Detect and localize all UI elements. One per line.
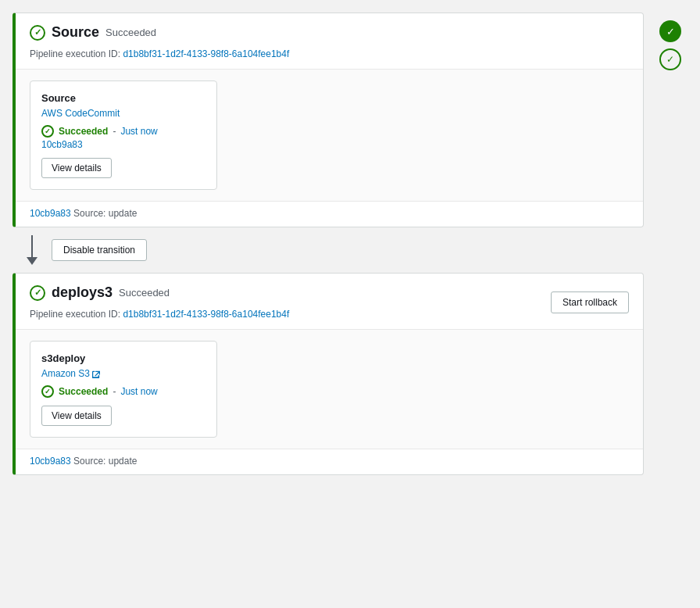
deploy-action-title: s3deploy bbox=[41, 352, 205, 364]
source-stage-card: ✓ Source Succeeded Pipeline execution ID… bbox=[12, 13, 644, 227]
start-rollback-button[interactable]: Start rollback bbox=[551, 291, 629, 313]
source-pipeline-exec-row: Pipeline execution ID: d1b8bf31-1d2f-413… bbox=[30, 48, 289, 59]
source-commit-link[interactable]: 10cb9a83 bbox=[41, 139, 205, 150]
deploy-footer-message: Source: update bbox=[73, 456, 137, 467]
deploy-action-status-label: Succeeded bbox=[59, 386, 108, 397]
deploy-action-cards-row: s3deploy Amazon S3 ✓ Succeeded - Just no… bbox=[30, 341, 629, 438]
deploy-stage-header-left: ✓ deploys3 Succeeded Pipeline execution … bbox=[30, 284, 289, 320]
source-provider-link[interactable]: AWS CodeCommit bbox=[41, 108, 120, 119]
source-stage-name: Source bbox=[52, 24, 99, 41]
deploy-view-details-button[interactable]: View details bbox=[41, 406, 112, 426]
source-action-sep: - bbox=[112, 126, 116, 137]
source-success-icon: ✓ bbox=[30, 25, 45, 41]
source-exec-id-link[interactable]: d1b8bf31-1d2f-4133-98f8-6a104fee1b4f bbox=[123, 48, 289, 59]
deploy-action-status-row: ✓ Succeeded - Just now bbox=[41, 385, 205, 398]
deploy-stage-status: Succeeded bbox=[119, 287, 170, 299]
sidebar: ✓ ✓ bbox=[653, 13, 688, 595]
source-action-cards-row: Source AWS CodeCommit ✓ Succeeded - Just… bbox=[30, 80, 629, 190]
deploy-exec-label: Pipeline execution ID: bbox=[30, 309, 120, 320]
source-action-time-link[interactable]: Just now bbox=[120, 126, 157, 137]
source-footer-message: Source: update bbox=[73, 208, 137, 219]
source-stage-footer: 10cb9a83 Source: update bbox=[16, 201, 643, 227]
deploy-title-row: ✓ deploys3 Succeeded bbox=[30, 284, 170, 301]
source-stage-body: Source AWS CodeCommit ✓ Succeeded - Just… bbox=[16, 70, 643, 201]
source-stage-header-left: ✓ Source Succeeded Pipeline execution ID… bbox=[30, 24, 289, 59]
deploy-pipeline-exec-row: Pipeline execution ID: d1b8bf31-1d2f-413… bbox=[30, 309, 289, 320]
deploy-stage-card: ✓ deploys3 Succeeded Pipeline execution … bbox=[12, 273, 644, 475]
source-stage-header: ✓ Source Succeeded Pipeline execution ID… bbox=[16, 13, 643, 70]
arrow-head bbox=[27, 257, 38, 265]
transition-area: Disable transition bbox=[12, 227, 644, 273]
deploy-stage-header: ✓ deploys3 Succeeded Pipeline execution … bbox=[16, 274, 643, 330]
sidebar-icon-2: ✓ bbox=[659, 48, 681, 70]
deploy-action-success-icon: ✓ bbox=[41, 385, 54, 398]
disable-transition-button[interactable]: Disable transition bbox=[52, 239, 147, 261]
external-link-icon bbox=[92, 370, 100, 378]
deploy-success-icon: ✓ bbox=[30, 285, 45, 301]
source-action-status-row: ✓ Succeeded - Just now bbox=[41, 125, 205, 138]
deploy-stage-name: deploys3 bbox=[52, 284, 112, 301]
source-stage-status: Succeeded bbox=[105, 27, 156, 38]
source-action-status-label: Succeeded bbox=[59, 126, 108, 137]
deploy-stage-body: s3deploy Amazon S3 ✓ Succeeded - Just no… bbox=[16, 330, 643, 449]
source-footer-commit-link[interactable]: 10cb9a83 bbox=[30, 208, 71, 219]
transition-arrow bbox=[27, 235, 38, 265]
arrow-line bbox=[31, 235, 33, 257]
source-action-success-icon: ✓ bbox=[41, 125, 54, 138]
deploy-footer-commit-link[interactable]: 10cb9a83 bbox=[30, 456, 71, 467]
source-action-title: Source bbox=[41, 92, 205, 104]
deploy-action-sep: - bbox=[112, 386, 116, 397]
deploy-provider-link[interactable]: Amazon S3 bbox=[41, 368, 100, 379]
deploy-provider-label: Amazon S3 bbox=[41, 368, 90, 379]
source-exec-label: Pipeline execution ID: bbox=[30, 48, 120, 59]
source-title-row: ✓ Source Succeeded bbox=[30, 24, 156, 41]
deploy-action-time-link[interactable]: Just now bbox=[120, 386, 157, 397]
deploy-action-card: s3deploy Amazon S3 ✓ Succeeded - Just no… bbox=[30, 341, 217, 438]
sidebar-icon-1: ✓ bbox=[659, 20, 681, 42]
source-view-details-button[interactable]: View details bbox=[41, 158, 112, 178]
source-action-card: Source AWS CodeCommit ✓ Succeeded - Just… bbox=[30, 80, 217, 190]
deploy-exec-id-link[interactable]: d1b8bf31-1d2f-4133-98f8-6a104fee1b4f bbox=[123, 309, 289, 320]
deploy-stage-footer: 10cb9a83 Source: update bbox=[16, 449, 643, 474]
